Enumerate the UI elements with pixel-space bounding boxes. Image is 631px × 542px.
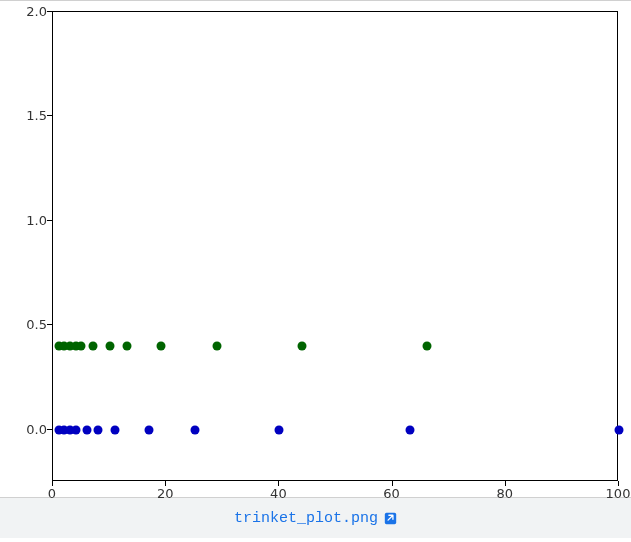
- data-point: [88, 342, 97, 351]
- data-point: [405, 425, 414, 434]
- data-point: [105, 342, 114, 351]
- y-tick-label: 0.5: [7, 317, 47, 332]
- x-tick-label: 20: [157, 486, 174, 501]
- x-tick-label: 60: [383, 486, 400, 501]
- data-point: [298, 342, 307, 351]
- plot-area: [52, 11, 618, 481]
- data-point: [111, 425, 120, 434]
- data-point: [122, 342, 131, 351]
- y-tick-mark: [47, 220, 52, 221]
- data-point: [422, 342, 431, 351]
- filename-link[interactable]: trinket_plot.png: [234, 510, 378, 527]
- x-tick-label: 0: [48, 486, 56, 501]
- chart-figure: 0204060801000.00.51.01.52.0: [0, 0, 631, 498]
- y-tick-label: 1.0: [7, 212, 47, 227]
- data-point: [71, 425, 80, 434]
- data-point: [156, 342, 165, 351]
- y-tick-mark: [47, 429, 52, 430]
- data-point: [275, 425, 284, 434]
- y-tick-mark: [47, 11, 52, 12]
- x-tick-label: 80: [497, 486, 514, 501]
- data-point: [213, 342, 222, 351]
- data-point: [94, 425, 103, 434]
- data-point: [145, 425, 154, 434]
- y-tick-mark: [47, 324, 52, 325]
- y-tick-label: 2.0: [7, 4, 47, 19]
- data-point: [615, 425, 624, 434]
- filename-bar: trinket_plot.png: [0, 498, 631, 538]
- open-external-icon[interactable]: [384, 512, 397, 525]
- data-point: [77, 342, 86, 351]
- y-tick-mark: [47, 115, 52, 116]
- y-tick-label: 1.5: [7, 108, 47, 123]
- x-tick-label: 100: [606, 486, 631, 501]
- data-point: [190, 425, 199, 434]
- data-point: [82, 425, 91, 434]
- x-tick-label: 40: [270, 486, 287, 501]
- y-tick-label: 0.0: [7, 421, 47, 436]
